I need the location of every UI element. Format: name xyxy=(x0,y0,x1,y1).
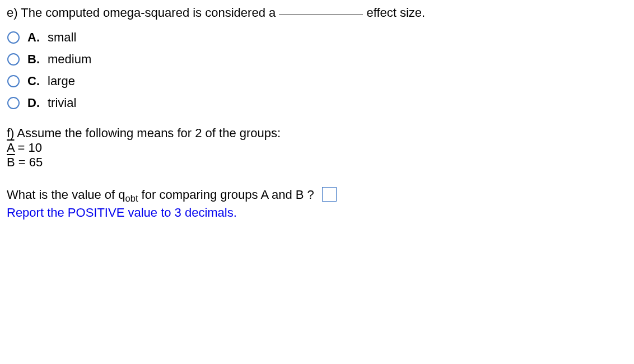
option-letter: C. xyxy=(27,74,41,88)
option-d[interactable]: D. trivial xyxy=(7,96,627,110)
question-e-suffix: effect size. xyxy=(363,6,425,20)
question-f-intro: f) Assume the following means for 2 of t… xyxy=(7,126,627,141)
mean-a-value: = 10 xyxy=(14,141,42,155)
mean-b: B = 65 xyxy=(7,155,627,170)
option-a[interactable]: A. small xyxy=(7,30,627,45)
option-b[interactable]: B. medium xyxy=(7,52,627,67)
option-letter: D. xyxy=(27,96,41,110)
mean-a: A = 10 xyxy=(7,141,627,155)
prompt-before: What is the value of q xyxy=(7,188,125,202)
option-text: medium xyxy=(48,52,91,67)
mean-b-value: = 65 xyxy=(15,155,43,169)
answer-input[interactable] xyxy=(322,187,337,202)
option-c[interactable]: C. large xyxy=(7,74,627,88)
prompt-after: for comparing groups A and B ? xyxy=(138,188,314,202)
question-e-prefix: e) The computed omega-squared is conside… xyxy=(7,6,279,20)
radio-icon[interactable] xyxy=(7,31,20,44)
option-letter: B. xyxy=(27,52,41,67)
prompt-subscript: obt xyxy=(125,193,138,203)
radio-icon[interactable] xyxy=(7,53,20,66)
options-list: A. small B. medium C. large D. trivial xyxy=(7,30,627,110)
option-text: large xyxy=(48,74,75,88)
radio-icon[interactable] xyxy=(7,97,20,109)
instruction-text: Report the POSITIVE value to 3 decimals. xyxy=(7,206,627,220)
option-text: small xyxy=(48,30,76,45)
question-f: f) Assume the following means for 2 of t… xyxy=(7,126,627,220)
question-f-prompt: What is the value of qobt for comparing … xyxy=(7,188,627,204)
mean-b-var: B xyxy=(7,155,15,169)
question-e: e) The computed omega-squared is conside… xyxy=(7,6,627,110)
mean-a-var: A xyxy=(7,141,14,155)
fill-blank xyxy=(279,15,363,15)
question-e-stem: e) The computed omega-squared is conside… xyxy=(7,6,627,20)
option-letter: A. xyxy=(27,30,41,45)
radio-icon[interactable] xyxy=(7,75,20,87)
option-text: trivial xyxy=(48,96,76,110)
